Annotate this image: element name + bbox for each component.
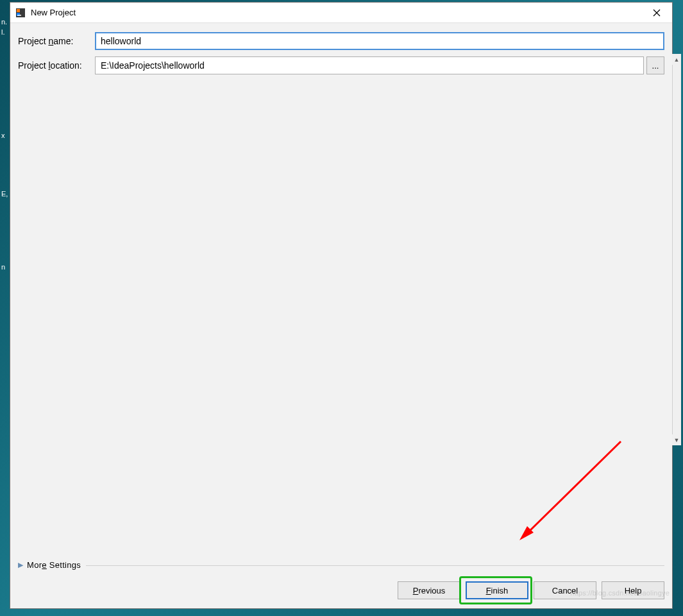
project-name-label: Project name: xyxy=(18,36,95,46)
desktop-text-fragment: E, xyxy=(1,190,8,198)
project-name-row: Project name: xyxy=(18,32,664,50)
expand-right-icon: ▶ xyxy=(18,561,23,569)
cancel-button[interactable]: Cancel xyxy=(534,581,596,599)
previous-button[interactable]: Previous xyxy=(398,581,460,599)
scrollbar-up-icon[interactable]: ▲ xyxy=(672,54,681,65)
intellij-icon xyxy=(15,8,26,18)
dialog-title: New Project xyxy=(31,8,642,17)
desktop-text-fragment: x xyxy=(1,132,5,139)
more-settings-label: More Settings xyxy=(27,560,81,570)
content-spacer xyxy=(18,81,664,558)
close-button[interactable] xyxy=(642,3,671,22)
new-project-dialog: New Project Project name: Project locati… xyxy=(10,2,673,609)
close-icon xyxy=(653,9,661,17)
desktop-text-fragment: n. xyxy=(1,18,7,26)
desktop-text-fragment: n xyxy=(1,263,5,271)
browse-location-button[interactable]: ... xyxy=(646,56,664,74)
dialog-button-bar: Previous Finish Cancel Help xyxy=(10,576,672,608)
separator-line xyxy=(86,565,664,566)
dialog-content: Project name: Project location: ... ▶ Mo… xyxy=(10,23,672,576)
project-name-input[interactable] xyxy=(95,32,664,50)
project-location-row: Project location: ... xyxy=(18,56,664,74)
project-location-input[interactable] xyxy=(95,56,644,74)
more-settings-toggle[interactable]: ▶ More Settings xyxy=(18,558,664,576)
help-button[interactable]: Help xyxy=(602,581,664,599)
scrollbar-down-icon[interactable]: ▼ xyxy=(672,434,681,445)
svg-rect-1 xyxy=(17,9,20,12)
finish-button[interactable]: Finish xyxy=(466,581,528,599)
desktop-text-fragment: l. xyxy=(1,28,5,36)
project-location-label: Project location: xyxy=(18,60,95,71)
outer-scrollbar[interactable] xyxy=(672,54,681,445)
titlebar: New Project xyxy=(10,3,672,23)
svg-rect-3 xyxy=(17,15,21,16)
